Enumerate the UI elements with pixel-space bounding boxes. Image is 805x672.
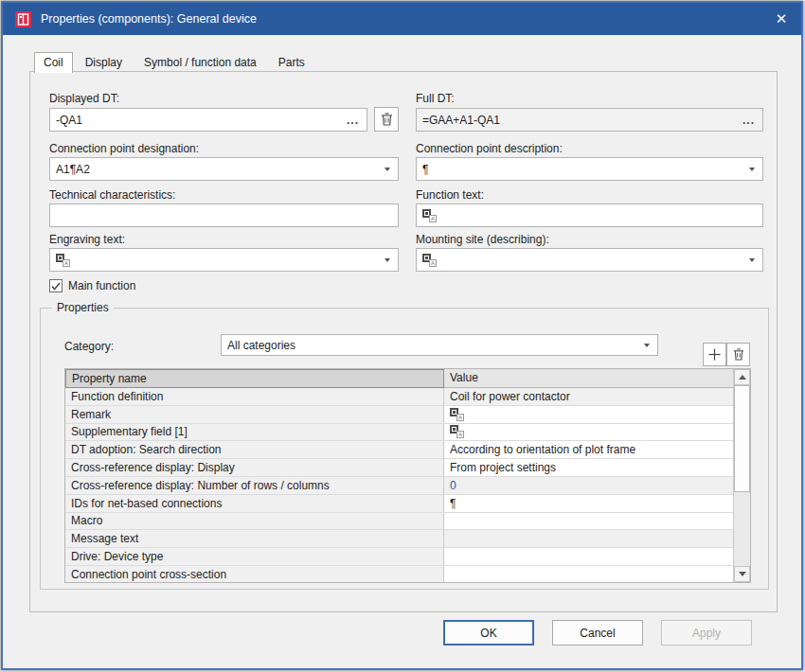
main-function-label: Main function bbox=[68, 279, 135, 292]
property-value-cell[interactable]: A bbox=[444, 406, 733, 424]
dropdown-arrow-icon[interactable] bbox=[381, 258, 394, 262]
properties-dialog: Properties (components): General device … bbox=[1, 1, 803, 670]
property-value-cell[interactable] bbox=[444, 548, 733, 566]
table-row[interactable]: Connection point cross-section bbox=[65, 566, 750, 583]
window-title: Properties (components): General device bbox=[41, 12, 257, 26]
table-row[interactable]: DT adoption: Search directionAccording t… bbox=[65, 441, 750, 459]
properties-group-legend: Properties bbox=[52, 301, 114, 314]
scroll-up-icon[interactable] bbox=[734, 369, 750, 385]
cancel-button[interactable]: Cancel bbox=[552, 620, 643, 645]
mounting-site-combo[interactable]: A bbox=[416, 248, 763, 272]
scrollbar-thumb[interactable] bbox=[734, 385, 750, 492]
dropdown-arrow-icon[interactable] bbox=[745, 258, 759, 262]
displayed-dt-browse-button[interactable]: ... bbox=[343, 115, 363, 125]
property-value-cell[interactable]: From project settings bbox=[444, 459, 733, 477]
property-name-cell[interactable]: IDs for net-based connections bbox=[65, 495, 444, 513]
dropdown-arrow-icon[interactable] bbox=[381, 168, 394, 171]
tab-coil[interactable]: Coil bbox=[34, 52, 73, 73]
table-row[interactable]: Cross-reference display: DisplayFrom pro… bbox=[65, 459, 750, 477]
technical-characteristics-label: Technical characteristics: bbox=[49, 188, 175, 202]
table-row[interactable]: Supplementary field [1]A bbox=[65, 424, 750, 442]
property-value-cell[interactable]: ¶ bbox=[444, 495, 733, 513]
property-value-cell[interactable]: 0 bbox=[444, 477, 733, 495]
connection-point-designation-combo[interactable]: A1¶A2 bbox=[49, 157, 399, 181]
function-text-input[interactable]: A bbox=[416, 203, 763, 227]
displayed-dt-label: Displayed DT: bbox=[49, 92, 119, 105]
dropdown-arrow-icon[interactable] bbox=[640, 344, 653, 347]
add-property-button[interactable] bbox=[703, 343, 726, 366]
property-name-cell[interactable]: Connection point cross-section bbox=[65, 566, 444, 583]
table-row[interactable]: RemarkA bbox=[65, 406, 750, 424]
checkbox-check-icon bbox=[51, 282, 61, 291]
ok-button[interactable]: OK bbox=[443, 620, 534, 645]
property-value-cell[interactable] bbox=[444, 530, 733, 548]
property-name-cell[interactable]: Function definition bbox=[65, 388, 444, 406]
table-header: Property name Value bbox=[65, 369, 750, 388]
property-value-cell[interactable] bbox=[444, 513, 733, 531]
table-row[interactable]: Drive: Device type bbox=[65, 548, 750, 566]
column-header-value[interactable]: Value bbox=[444, 369, 733, 388]
delete-dt-button[interactable] bbox=[374, 107, 399, 132]
property-value-cell[interactable]: A bbox=[444, 424, 733, 442]
main-function-row: Main function bbox=[49, 279, 135, 292]
dropdown-arrow-icon[interactable] bbox=[745, 168, 759, 171]
ml-text-icon: A bbox=[450, 408, 464, 421]
plus-icon bbox=[708, 348, 721, 361]
close-icon[interactable]: ✕ bbox=[761, 3, 801, 35]
function-text-label: Function text: bbox=[416, 188, 484, 202]
technical-characteristics-input[interactable] bbox=[49, 203, 399, 227]
ml-text-icon: A bbox=[422, 254, 437, 267]
property-name-cell[interactable]: Message text bbox=[65, 530, 444, 548]
property-name-cell[interactable]: Macro bbox=[65, 513, 444, 531]
displayed-dt-input[interactable]: -QA1 ... bbox=[49, 108, 367, 132]
property-name-cell[interactable]: Cross-reference display: Display bbox=[65, 459, 444, 477]
full-dt-browse-button[interactable]: ... bbox=[739, 115, 759, 125]
property-name-cell[interactable]: Remark bbox=[65, 406, 444, 424]
table-row[interactable]: IDs for net-based connections¶ bbox=[65, 495, 750, 513]
connection-point-description-label: Connection point description: bbox=[416, 142, 563, 155]
properties-group: Properties Category: All categories bbox=[40, 308, 769, 590]
trash-icon bbox=[381, 113, 393, 126]
engraving-text-combo[interactable]: A bbox=[49, 248, 399, 272]
connection-point-description-combo[interactable]: ¶ bbox=[416, 157, 763, 181]
full-dt-label: Full DT: bbox=[416, 92, 455, 105]
category-label: Category: bbox=[64, 340, 114, 353]
table-row[interactable]: Message text bbox=[65, 530, 750, 548]
eplan-logo-icon bbox=[15, 11, 31, 27]
property-value-cell[interactable]: According to orientation of plot frame bbox=[444, 441, 733, 459]
property-name-cell[interactable]: Cross-reference display: Number of rows … bbox=[65, 477, 444, 495]
property-name-cell[interactable]: Drive: Device type bbox=[65, 548, 444, 566]
main-function-checkbox[interactable] bbox=[49, 279, 63, 292]
property-value-cell[interactable] bbox=[444, 566, 733, 583]
ml-text-icon: A bbox=[56, 254, 70, 267]
ml-text-icon: A bbox=[422, 209, 437, 222]
mounting-site-label: Mounting site (describing): bbox=[416, 233, 549, 246]
tab-display[interactable]: Display bbox=[76, 52, 132, 73]
property-name-cell[interactable]: DT adoption: Search direction bbox=[65, 441, 444, 459]
apply-button[interactable]: Apply bbox=[661, 620, 752, 645]
engraving-text-label: Engraving text: bbox=[49, 233, 125, 246]
ml-text-icon: A bbox=[450, 425, 464, 438]
table-row[interactable]: Macro bbox=[65, 513, 750, 531]
titlebar: Properties (components): General device … bbox=[3, 3, 801, 35]
scroll-down-icon[interactable] bbox=[734, 566, 750, 582]
table-row[interactable]: Function definitionCoil for power contac… bbox=[65, 388, 750, 406]
properties-table: Property name Value Function definitionC… bbox=[64, 368, 751, 583]
table-row[interactable]: Cross-reference display: Number of rows … bbox=[65, 477, 750, 495]
column-header-property-name[interactable]: Property name bbox=[65, 369, 444, 388]
delete-property-button[interactable] bbox=[726, 343, 750, 366]
table-scrollbar[interactable] bbox=[733, 369, 750, 582]
full-dt-input[interactable]: =GAA+A1-QA1 ... bbox=[416, 108, 763, 132]
tab-page-coil: Displayed DT: -QA1 ... Full DT: =GAA+A1-… bbox=[29, 71, 778, 612]
category-combo[interactable]: All categories bbox=[221, 334, 658, 356]
tab-symbol-function-data[interactable]: Symbol / function data bbox=[134, 52, 266, 73]
connection-point-designation-label: Connection point designation: bbox=[49, 142, 199, 155]
trash-icon bbox=[733, 348, 744, 361]
property-name-cell[interactable]: Supplementary field [1] bbox=[65, 424, 444, 442]
property-value-cell[interactable]: Coil for power contactor bbox=[444, 388, 733, 406]
properties-table-body: Function definitionCoil for power contac… bbox=[65, 388, 750, 583]
tab-parts[interactable]: Parts bbox=[269, 52, 314, 73]
tab-bar: Coil Display Symbol / function data Part… bbox=[34, 52, 317, 73]
